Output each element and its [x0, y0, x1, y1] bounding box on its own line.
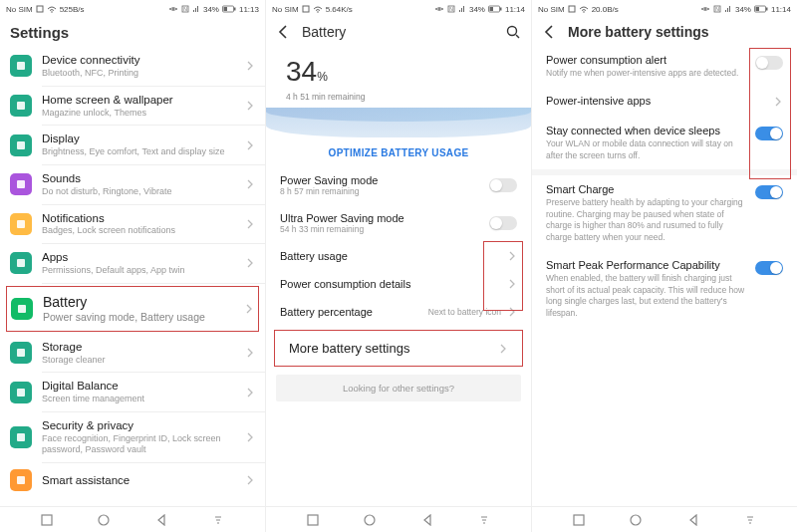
- settings-row-security[interactable]: Security & privacyFace recognition, Fing…: [0, 412, 265, 462]
- back-button[interactable]: [276, 24, 292, 40]
- row-sub: Screen time management: [42, 394, 245, 405]
- row-label: Battery usage: [280, 250, 501, 262]
- clock: 11:13: [239, 5, 259, 14]
- settings-row-storage[interactable]: StorageStorage cleaner: [0, 334, 265, 373]
- chevron-right-icon: [245, 348, 255, 358]
- row-icon: [10, 469, 32, 491]
- svg-rect-12: [17, 220, 25, 228]
- svg-point-20: [99, 515, 109, 525]
- row-icon: [10, 213, 32, 235]
- nav-drawer[interactable]: [474, 510, 494, 530]
- row-label: Security & privacy: [42, 418, 245, 433]
- battery-row-ultra-power-saving-mode[interactable]: Ultra Power Saving mode54 h 33 min remai…: [266, 204, 531, 242]
- row-sub: 8 h 57 min remaining: [280, 186, 489, 196]
- sim-icon: [568, 5, 576, 13]
- eye-icon: [168, 5, 178, 13]
- chevron-right-icon: [245, 61, 255, 71]
- row-label: Power consumption alert: [546, 54, 747, 66]
- svg-rect-11: [17, 180, 25, 188]
- nav-home[interactable]: [94, 510, 114, 530]
- status-bar: No SIM 5.64K/s N 34% 11:14: [266, 0, 531, 18]
- nav-recent[interactable]: [303, 510, 323, 530]
- row-label: Storage: [42, 340, 245, 355]
- nav-recent[interactable]: [569, 510, 589, 530]
- settings-row-device[interactable]: Device connectivityBluetooth, NFC, Print…: [0, 47, 265, 86]
- row-sub: Storage cleaner: [42, 355, 245, 367]
- status-bar: No SIM 525B/s N 34% 11:13: [0, 0, 265, 18]
- svg-point-33: [583, 11, 585, 13]
- battery-row-power-saving-mode[interactable]: Power Saving mode8 h 57 min remaining: [266, 166, 531, 204]
- nav-drawer[interactable]: [208, 510, 228, 530]
- row-icon: [10, 382, 32, 403]
- svg-rect-7: [234, 8, 236, 11]
- settings-row-battery[interactable]: BatteryPower saving mode, Battery usage: [6, 286, 259, 332]
- optimize-button[interactable]: OPTIMIZE BATTERY USAGE: [266, 147, 531, 158]
- row-sub: When enabled, the battery will finish ch…: [546, 273, 747, 319]
- toggle[interactable]: [489, 216, 517, 230]
- battery-percentage: 34%: [286, 56, 511, 88]
- battery-wave-graphic: [266, 108, 531, 137]
- settings-row-home[interactable]: Home screen & wallpaperMagazine unlock, …: [0, 87, 265, 126]
- row-label: Device connectivity: [42, 53, 245, 68]
- battery-icon: [488, 5, 502, 13]
- nav-recent[interactable]: [37, 510, 57, 530]
- back-button[interactable]: [542, 24, 558, 40]
- nav-home[interactable]: [626, 510, 646, 530]
- svg-point-1: [51, 11, 53, 13]
- nav-drawer[interactable]: [740, 510, 760, 530]
- net-speed: 525B/s: [60, 5, 85, 14]
- toggle[interactable]: [755, 185, 783, 199]
- clock: 11:14: [771, 5, 791, 14]
- svg-rect-27: [489, 7, 493, 11]
- eye-icon: [700, 5, 710, 13]
- more-battery-settings[interactable]: More battery settings: [274, 330, 523, 367]
- row-label: Power-intensive apps: [546, 95, 765, 107]
- row-icon: [10, 95, 32, 117]
- svg-point-29: [508, 27, 517, 36]
- sim-icon: [36, 5, 44, 13]
- search-other-settings[interactable]: Looking for other settings?: [276, 375, 521, 401]
- nav-back[interactable]: [683, 510, 703, 530]
- settings-row-apps[interactable]: AppsPermissions, Default apps, App twin: [0, 244, 265, 283]
- chevron-right-icon: [245, 388, 255, 398]
- chevron-right-icon: [245, 432, 255, 442]
- battery-pct: 34%: [469, 5, 485, 14]
- settings-row-notifications[interactable]: NotificationsBadges, Lock screen notific…: [0, 205, 265, 244]
- settings-row-sounds[interactable]: SoundsDo not disturb, Ringtone, Vibrate: [0, 165, 265, 204]
- svg-rect-21: [303, 6, 309, 12]
- toggle[interactable]: [489, 178, 517, 192]
- wifi-icon: [579, 5, 589, 13]
- status-bar: No SIM 20.0B/s N 34% 11:14: [532, 0, 797, 18]
- battery-pct: 34%: [735, 5, 751, 14]
- row-sub: Preserve battery health by adapting to y…: [546, 197, 747, 243]
- signal-icon: [724, 5, 732, 13]
- svg-rect-39: [766, 8, 768, 11]
- chevron-right-icon: [245, 219, 255, 229]
- settings-row-digital[interactable]: Digital BalanceScreen time management: [0, 373, 265, 411]
- nav-back[interactable]: [417, 510, 437, 530]
- settings-row-smart[interactable]: Smart assistance: [0, 463, 265, 497]
- signal-icon: [458, 5, 466, 13]
- phone-settings: No SIM 525B/s N 34% 11:13 Settings Devic…: [0, 0, 266, 532]
- clock: 11:14: [505, 5, 525, 14]
- eye-icon: [434, 5, 444, 13]
- chevron-right-icon: [245, 258, 255, 268]
- row-label: Ultra Power Saving mode: [280, 212, 489, 224]
- svg-rect-6: [223, 7, 227, 11]
- nav-home[interactable]: [360, 510, 380, 530]
- wifi-icon: [313, 5, 323, 13]
- row-label: Battery percentage: [280, 306, 428, 318]
- toggle[interactable]: [755, 261, 783, 275]
- svg-rect-40: [574, 515, 584, 525]
- settings-row-display[interactable]: DisplayBrightness, Eye comfort, Text and…: [0, 126, 265, 164]
- svg-point-2: [172, 8, 174, 10]
- more-row-smart-charge[interactable]: Smart ChargePreserve battery health by a…: [532, 175, 797, 251]
- search-icon[interactable]: [505, 24, 521, 40]
- page-header: Battery: [266, 18, 531, 46]
- nav-back[interactable]: [151, 510, 171, 530]
- nfc-icon: N: [713, 5, 721, 13]
- svg-point-34: [704, 8, 706, 10]
- more-row-smart-peak-performance-capability[interactable]: Smart Peak Performance CapabilityWhen en…: [532, 251, 797, 327]
- nfc-icon: N: [181, 5, 189, 13]
- page-header: More battery settings: [532, 18, 797, 46]
